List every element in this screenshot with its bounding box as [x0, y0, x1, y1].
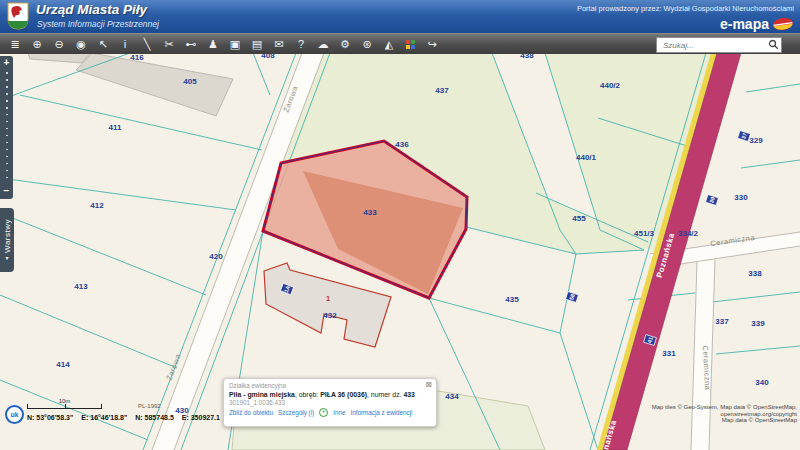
app-header: Urząd Miasta Piły System Informacji Prze…	[0, 0, 800, 33]
search-input[interactable]	[661, 39, 765, 52]
parcel-label-414: 414	[56, 360, 70, 369]
zoom-in-button[interactable]: +	[0, 57, 13, 69]
parcel-label-440/1: 440/1	[576, 153, 597, 162]
parcel-label-435: 435	[505, 295, 519, 304]
attribution-line: Map tiles © Geo-System, Map data © OpenS…	[652, 404, 797, 411]
parcel-label-338: 338	[748, 269, 762, 278]
parcel-label-451/3: 451/3	[634, 229, 655, 238]
coord-proj-e: E: 350927.1	[182, 414, 220, 421]
message-icon[interactable]: ✉	[268, 35, 290, 54]
transport-icon[interactable]: ⊷	[180, 35, 202, 54]
parcel-label-330: 330	[734, 193, 748, 202]
parcel-label-412: 412	[90, 201, 104, 210]
coord-geo-e: E: 16°46'18.8"	[81, 414, 127, 421]
search-box[interactable]	[656, 37, 782, 53]
data-table-icon[interactable]: ▤	[246, 35, 268, 54]
zoom-out-icon[interactable]: ⊖	[48, 35, 70, 54]
poi-icon[interactable]: ♟	[202, 35, 224, 54]
select-area-icon[interactable]: ◉	[70, 35, 92, 54]
scale-bar-line	[27, 404, 102, 409]
parcel-label-340: 340	[755, 378, 769, 387]
measure-area-icon[interactable]: ✂	[158, 35, 180, 54]
toolbar-icons: ≣⊕⊖◉↖i╲✂⊷♟▣▤✉?☁⚙⊛◭↪	[0, 35, 443, 54]
parcel-label-434: 434	[445, 392, 459, 401]
search-icon[interactable]	[768, 39, 779, 50]
main-toolbar: ≣⊕⊖◉↖i╲✂⊷♟▣▤✉?☁⚙⊛◭↪	[0, 33, 800, 54]
emapa-brand[interactable]: e-mapa	[720, 16, 794, 32]
parcel-label-416: 416	[130, 53, 144, 62]
parcel-number-value: 433	[403, 391, 415, 398]
crs-label: PL-1992	[138, 403, 161, 409]
parcel-description: Piła - gmina miejska, obręb: PIŁA 36 (00…	[229, 391, 431, 398]
municipality-name: Piła - gmina miejska	[229, 391, 295, 398]
parcel-label-455: 455	[572, 214, 586, 223]
scale-bar: 10m	[27, 398, 102, 409]
chevron-down-icon: ▾	[5, 254, 8, 261]
identify-icon[interactable]: i	[114, 35, 136, 54]
coord-geo-n: N: 53°06'58.3"	[27, 414, 73, 421]
parcel-info-popup: Działka ewidencyjna ⊠ Piła - gmina miejs…	[223, 378, 437, 427]
parcel-number-label: , numer dz.	[367, 391, 403, 398]
page-subtitle: System Informacji Przestrzennej	[37, 19, 159, 29]
city-crest	[7, 2, 29, 30]
parcel-label-432: 432	[323, 311, 337, 320]
layers-panel-tab[interactable]: Warstwy ▾	[0, 208, 14, 272]
measure-line-icon[interactable]: ╲	[136, 35, 158, 54]
popup-link-0[interactable]: Zbliż do obiektu	[229, 409, 273, 416]
map-attribution: Map tiles © Geo-System, Map data © OpenS…	[652, 404, 797, 424]
building-labels: 1	[326, 294, 330, 303]
themes-icon[interactable]	[400, 40, 421, 49]
help-icon[interactable]: ?	[290, 35, 312, 54]
page-title: Urząd Miasta Piły	[36, 2, 147, 17]
coord-proj-n: N: 585748.5	[135, 414, 174, 421]
parcel-label-420: 420	[209, 252, 223, 261]
parcel-label-339: 339	[751, 319, 765, 328]
obreb-label: , obręb:	[295, 391, 320, 398]
search-parcel-icon[interactable]: ⊛	[356, 35, 378, 54]
coordinates-readout: N: 53°06'58.3" E: 16°46'18.8" N: 585748.…	[27, 414, 220, 421]
parcel-label-337: 337	[715, 317, 729, 326]
add-to-selection-icon[interactable]: +	[319, 408, 328, 417]
parcel-label-331: 331	[662, 349, 676, 358]
popup-title: Działka ewidencyjna	[229, 382, 431, 389]
copy-icon[interactable]: ▣	[224, 35, 246, 54]
parcel-label-334/2: 334/2	[678, 229, 699, 238]
parcel-label-436: 436	[395, 140, 409, 149]
parcel-label-329: 329	[749, 136, 763, 145]
download-cloud-icon[interactable]: ☁	[312, 35, 334, 54]
layers-icon[interactable]: ≣	[4, 35, 26, 54]
zoom-out-button[interactable]: −	[0, 185, 13, 197]
settings-icon[interactable]: ⚙	[334, 35, 356, 54]
layers-tab-label: Warstwy	[3, 219, 12, 253]
building-number-label: 1	[326, 294, 330, 303]
uk-badge[interactable]: uk	[5, 405, 24, 424]
attribution-line: Map data © OpenStreetMap	[652, 417, 797, 424]
popup-link-3[interactable]: Informacja z ewidencji	[350, 409, 412, 416]
parcel-label-440/2: 440/2	[600, 81, 621, 90]
popup-link-2[interactable]: Inne	[333, 409, 345, 416]
view-3d-icon[interactable]: ◭	[378, 35, 400, 54]
portal-note: Portal prowadzony przez: Wydział Gospoda…	[577, 4, 794, 13]
app-window: ŻarowaŻarowaPoznańskaPoznańskaCeramiczna…	[0, 0, 800, 450]
pointer-icon[interactable]: ↖	[92, 35, 114, 54]
parcel-label-433: 433	[363, 208, 377, 217]
parcel-label-405: 405	[183, 77, 197, 86]
emapa-logo-text: e-mapa	[720, 16, 769, 32]
parcel-identifier: 301901_1.0036.433	[229, 399, 431, 406]
zoom-slider[interactable]: + −	[0, 56, 13, 199]
parcel-label-413: 413	[74, 282, 88, 291]
close-icon[interactable]: ⊠	[425, 380, 432, 389]
panorama-icon[interactable]: ↪	[421, 35, 443, 54]
popup-link-1[interactable]: Szczegóły (i)	[278, 409, 314, 416]
zoom-slider-track[interactable]	[6, 72, 8, 182]
zoom-in-icon[interactable]: ⊕	[26, 35, 48, 54]
obreb-value: PIŁA 36 (0036)	[320, 391, 367, 398]
emapa-logo-icon	[772, 17, 794, 31]
popup-links: Zbliż do obiektuSzczegóły (i)+InneInform…	[229, 408, 431, 417]
parcel-label-437: 437	[435, 86, 449, 95]
parcel-label-411: 411	[109, 123, 122, 132]
